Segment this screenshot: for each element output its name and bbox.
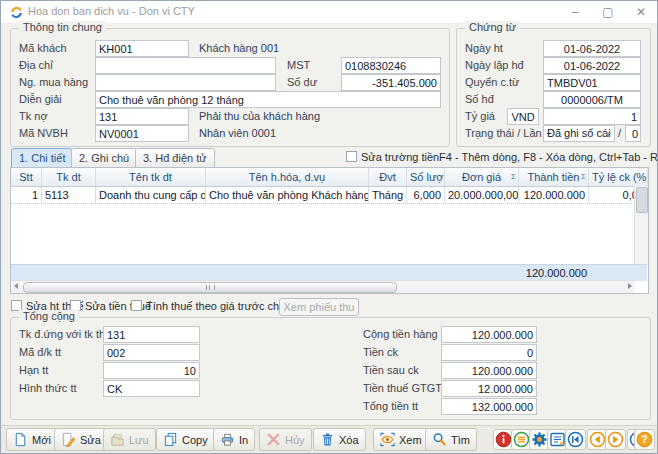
minimize-button[interactable]: – — [559, 1, 591, 23]
first-record-button[interactable] — [565, 429, 586, 450]
invoice-window: Hoa don ban dich vu - Don vi CTY – ▢ ✕ T… — [0, 0, 658, 454]
amount-after-discount-field[interactable] — [441, 362, 537, 379]
scroll-left-icon[interactable] — [14, 283, 18, 289]
edit-button[interactable]: Sửa — [54, 428, 108, 451]
payment-method-field[interactable] — [103, 380, 200, 397]
exchange-rate-field[interactable] — [543, 108, 641, 125]
exchange-rate-label: Tỷ giá — [465, 108, 495, 125]
vat-amount-field[interactable] — [441, 380, 537, 397]
voucher-book-field[interactable] — [543, 74, 641, 91]
cell-thanh-tien: 120.000.000 — [519, 187, 589, 203]
salesman-code-field[interactable] — [95, 125, 189, 142]
amount-after-discount-label: Tiền sau ck — [363, 362, 419, 379]
invoice-number-field[interactable] — [543, 91, 641, 108]
status-value: Đã ghi sổ cái — [547, 127, 611, 139]
grid-row[interactable]: 1 5113 Doanh thu cung cấp dịch vụ Cho th… — [11, 187, 648, 204]
voucher-book-label: Quyển c.từ — [465, 74, 519, 91]
document-legend: Chứng từ — [465, 21, 520, 33]
previous-record-icon — [589, 431, 606, 448]
col-header-ten-hang-hoa[interactable]: Tên h.hóa, d.vụ — [206, 168, 369, 186]
invoice-date-field[interactable] — [543, 57, 641, 74]
customer-code-field[interactable] — [95, 40, 189, 57]
customer-code-label: Mã khách — [19, 40, 67, 57]
new-button[interactable]: Mới — [6, 428, 58, 451]
totals-group: Tổng cộng Tk đ.ứng với tk thuế Mã đ/k tt… — [10, 317, 651, 420]
total-payment-field[interactable] — [441, 398, 537, 415]
col-header-tk-dt[interactable]: Tk dt — [42, 168, 96, 186]
address-field[interactable] — [95, 57, 276, 74]
payment-due-label: Hạn tt — [19, 362, 48, 379]
copy-button[interactable]: Copy — [156, 428, 215, 451]
tax-code-field[interactable] — [341, 57, 441, 74]
debit-account-label: Tk nợ — [19, 108, 48, 125]
edit-icon — [61, 432, 76, 447]
save-icon — [110, 432, 125, 447]
tab-hd-dien-tu[interactable]: 3. Hđ điện tử — [135, 148, 215, 168]
col-header-ty-le-ck[interactable]: Tỷ lệ ck (%) — [589, 168, 648, 186]
next-record-icon — [607, 431, 624, 448]
cell-so-luong: 6,000 — [407, 187, 445, 203]
status-print-label: Trạng thái / Lần in — [465, 125, 553, 142]
status-separator: / — [618, 125, 621, 142]
print-button[interactable]: In — [213, 428, 255, 451]
sum-icon: Σ — [511, 171, 516, 183]
print-count-field[interactable] — [625, 125, 641, 142]
search-icon — [432, 432, 447, 447]
col-header-ten-tk-dt[interactable]: Tên tk dt — [96, 168, 206, 186]
info-icon — [495, 431, 512, 448]
cell-stt: 1 — [11, 187, 42, 203]
col-header-dvt[interactable]: Đvt — [369, 168, 407, 186]
posting-date-label: Ngày ht — [465, 40, 503, 57]
save-button: Lưu — [103, 428, 156, 451]
posting-date-field[interactable] — [543, 40, 641, 57]
print-icon — [220, 432, 235, 447]
shortcut-hint-text: F4 - Thêm dòng, F8 - Xóa dòng, Ctrl+Tab … — [439, 149, 658, 166]
edit-money-checkbox[interactable] — [346, 151, 357, 162]
general-info-legend: Thông tin chung — [19, 21, 106, 33]
maximize-button[interactable]: ▢ — [592, 1, 624, 23]
view-button[interactable]: Xem — [373, 428, 429, 451]
col-header-stt[interactable]: Stt — [11, 168, 42, 186]
tax-before-discount-checkbox[interactable] — [131, 300, 142, 311]
general-info-group: Thông tin chung Mã khách Khách hàng 001 … — [10, 28, 450, 147]
cell-dvt: Tháng — [369, 187, 407, 203]
horizontal-scrollbar-thumb[interactable] — [23, 282, 397, 293]
cancel-button: Hủy — [259, 428, 312, 451]
cancel-icon — [266, 432, 281, 447]
payment-term-code-field[interactable] — [103, 344, 200, 361]
search-button[interactable]: Tìm — [425, 428, 477, 451]
col-header-thanh-tien[interactable]: Thành tiềnΣ — [519, 168, 589, 186]
next-record-button[interactable] — [605, 429, 626, 450]
close-button[interactable]: ✕ — [625, 1, 657, 23]
payment-due-field[interactable] — [103, 362, 200, 379]
description-field[interactable] — [95, 91, 441, 108]
currency-field[interactable] — [507, 108, 539, 125]
discount-amount-label: Tiền ck — [363, 344, 398, 361]
help-button[interactable]: ? — [634, 429, 655, 450]
bottom-toolbar: Mới Sửa Lưu Copy In Hủy Xóa Xem — [1, 425, 657, 454]
scroll-right-icon[interactable] — [628, 283, 632, 289]
vat-amount-label: Tiền thuế GTGT — [363, 380, 442, 397]
horizontal-scrollbar[interactable] — [11, 280, 635, 293]
goods-amount-label: Cộng tiền hàng — [363, 326, 438, 343]
discount-amount-field[interactable] — [441, 344, 537, 361]
salesman-name-text: Nhân viên 0001 — [199, 125, 276, 142]
debit-account-name-text: Phải thu của khách hàng — [199, 108, 320, 125]
vertical-scrollbar[interactable] — [634, 186, 648, 265]
status-dropdown[interactable]: Đã ghi sổ cái — [543, 125, 615, 142]
tab-chi-tiet[interactable]: 1. Chi tiết — [11, 148, 73, 168]
grid-header: Stt Tk dt Tên tk dt Tên h.hóa, d.vụ Đvt … — [11, 168, 648, 187]
balance-field[interactable] — [341, 74, 441, 91]
buyer-label: Ng. mua hàng — [19, 74, 88, 91]
vertical-scrollbar-thumb[interactable] — [636, 187, 648, 213]
goods-amount-field[interactable] — [441, 326, 537, 343]
tab-ghi-chu[interactable]: 2. Ghi chú — [71, 148, 137, 168]
col-header-so-luong[interactable]: Số lượng — [407, 168, 445, 186]
col-header-don-gia[interactable]: Đơn giáΣ — [445, 168, 519, 186]
view-receipt-button: Xem phiếu thu — [279, 298, 359, 316]
debit-account-field[interactable] — [95, 108, 189, 125]
buyer-field[interactable] — [95, 74, 276, 91]
totals-legend: Tổng cộng — [19, 310, 79, 322]
delete-button[interactable]: Xóa — [313, 428, 366, 451]
tax-offset-account-field[interactable] — [103, 326, 200, 343]
